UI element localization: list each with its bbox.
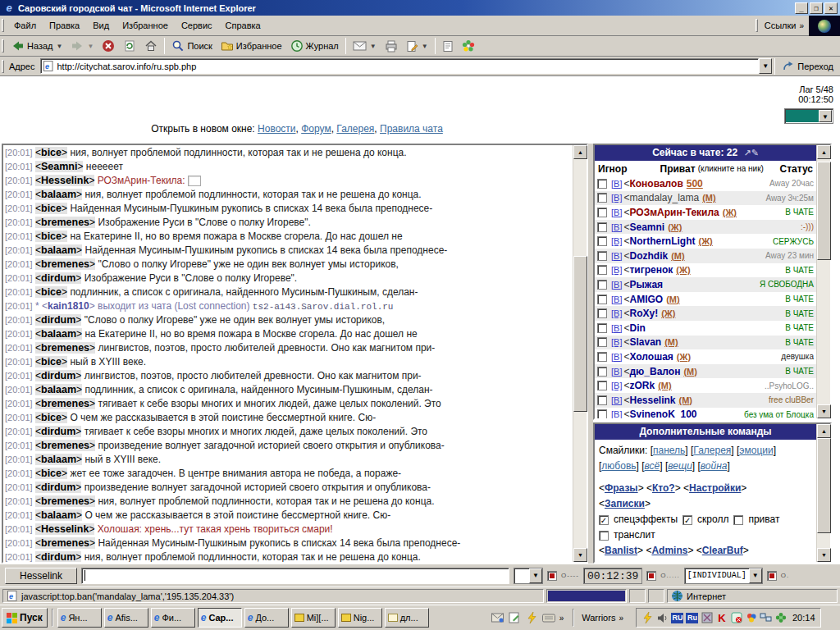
ban-link[interactable]: [B] (611, 208, 622, 217)
mini-select[interactable]: ▼ (514, 568, 543, 584)
ban-link[interactable]: [B] (611, 323, 622, 333)
task-button-До...[interactable]: eДо... (244, 608, 289, 628)
command-link-Фразы[interactable]: Фразы (605, 482, 638, 494)
nav-link-4[interactable]: Правила чата (380, 123, 443, 135)
keyboard-quick-icon[interactable] (542, 611, 556, 625)
menu-item-Файл[interactable]: Файл (7, 18, 43, 33)
ban-link[interactable]: [B] (611, 251, 622, 261)
user-nick-link[interactable]: SvinenoK_100 (629, 409, 696, 418)
option-check-1[interactable] (547, 571, 557, 581)
ban-link[interactable]: [B] (611, 337, 622, 347)
user-nick-link[interactable]: Холошая (629, 351, 673, 363)
back-button[interactable]: Назад ▼ (7, 37, 66, 55)
restore-button[interactable]: ❐ (810, 2, 823, 14)
chat-nick[interactable]: <Hesselink> (35, 175, 94, 186)
speaker-icon[interactable] (656, 611, 669, 624)
chat-scrollbar[interactable]: ▲ ▼ (573, 145, 587, 562)
chat-nick[interactable]: <bice> (35, 231, 67, 242)
address-dropdown-icon[interactable]: ▼ (759, 58, 772, 74)
option-checkbox-приват[interactable] (733, 515, 743, 525)
scroll-down-icon[interactable]: ▼ (573, 548, 587, 562)
command-link-Записки[interactable]: Записки (605, 498, 645, 509)
ru2-badge-icon[interactable]: Ru (686, 611, 699, 624)
user-nick-link[interactable]: дю_Валон (629, 366, 680, 377)
forward-button[interactable]: ▼ (66, 37, 98, 55)
user-nick-link[interactable]: NorthernLight (629, 235, 695, 247)
gender-link[interactable]: (Ж) (698, 236, 712, 246)
admin-link-ClearBuf[interactable]: ClearBuf (702, 545, 743, 556)
user-nick-link[interactable]: AMIGO (629, 294, 663, 305)
gender-link[interactable]: (М) (679, 395, 693, 405)
gender-link[interactable]: (М) (683, 367, 697, 377)
gender-link[interactable]: (Ж) (661, 308, 675, 318)
ignore-checkbox[interactable] (597, 367, 607, 377)
smiley-link-всё[interactable]: всё (645, 460, 660, 472)
chat-nick[interactable]: <bremenes> (35, 398, 95, 409)
chat-nick[interactable]: <bremenes> (35, 440, 95, 451)
task-button-Nig...[interactable]: Nig... (338, 608, 382, 628)
ban-link[interactable]: [B] (611, 308, 622, 318)
user-nick-link[interactable]: Seamni (629, 221, 664, 233)
ignore-checkbox[interactable] (597, 294, 607, 304)
ignore-checkbox[interactable] (597, 179, 607, 189)
gender-link[interactable]: (Ж) (668, 222, 682, 232)
chat-nick[interactable]: <dirdum> (35, 272, 81, 284)
quicklaunch-chevron-icon[interactable]: » (559, 614, 569, 623)
ban-link[interactable]: [B] (611, 265, 622, 275)
user-nick-link[interactable]: Hesselink (629, 395, 675, 406)
ignore-checkbox[interactable] (597, 337, 607, 347)
chat-nick[interactable]: <bice> (35, 412, 67, 423)
smiley-link-панель[interactable]: панель (653, 445, 685, 456)
print-button[interactable] (381, 37, 402, 55)
ban-link[interactable]: [B] (611, 179, 622, 189)
user-nick-link[interactable]: Slavan (629, 336, 661, 348)
edit-dropdown-icon[interactable]: ▼ (422, 43, 428, 50)
chat-nick[interactable]: <bice> (35, 468, 67, 479)
admin-link-Banlist[interactable]: Banlist (605, 545, 637, 556)
mail-button[interactable]: ▼ (349, 37, 381, 55)
nav-link-3[interactable]: Галерея (336, 123, 374, 135)
gender-link[interactable]: (М) (671, 251, 685, 261)
scroll-up-icon[interactable]: ▲ (817, 424, 831, 438)
option-check-3[interactable] (767, 571, 777, 581)
chat-nick[interactable]: <bremenes> (35, 217, 95, 228)
ru-badge-icon[interactable]: RU (671, 611, 684, 624)
color-dropdown-icon[interactable]: ▼ (819, 110, 832, 122)
close-button[interactable]: ✕ (824, 2, 838, 14)
ban-link[interactable]: [B] (611, 367, 622, 377)
user-nick-link[interactable]: Dozhdik (629, 250, 668, 262)
ban-link[interactable]: [B] (611, 280, 622, 290)
command-link-Настройки[interactable]: Настройки (689, 482, 741, 494)
user-nick-link[interactable]: mandalay_lama (629, 192, 699, 203)
blocked-icon[interactable] (730, 611, 743, 624)
ignore-checkbox[interactable] (597, 395, 607, 405)
warriors-toolbar[interactable]: Warriors » (578, 613, 632, 623)
kaspersky-icon[interactable]: K (715, 611, 728, 624)
task-button-Afis...[interactable]: eAfis... (104, 608, 148, 628)
chat-nick[interactable]: <balaam> (35, 244, 82, 256)
command-link-Кто?[interactable]: Кто? (652, 482, 675, 494)
color-select[interactable]: ▼ (784, 108, 833, 124)
ignore-checkbox[interactable] (597, 323, 607, 333)
user-nick-link[interactable]: тигренок (629, 264, 673, 276)
nav-link-2[interactable]: Форум (301, 123, 331, 135)
option-checkbox-спецэффекты[interactable]: ✓ (599, 515, 609, 525)
menu-item-Вид[interactable]: Вид (86, 18, 116, 33)
colors-icon[interactable] (745, 611, 758, 624)
dropdown-icon[interactable]: ▼ (749, 568, 762, 583)
user-nick-link[interactable]: Din (629, 322, 645, 334)
forward-dropdown-icon[interactable]: ▼ (87, 43, 94, 50)
option-checkbox-транслит[interactable] (599, 531, 609, 541)
user-nick-link[interactable]: zORk (629, 380, 655, 391)
refresh-button[interactable] (119, 37, 140, 55)
ignore-checkbox[interactable] (597, 193, 607, 203)
mail-dropdown-icon[interactable]: ▼ (370, 43, 377, 50)
ignore-checkbox[interactable] (597, 208, 607, 217)
clover-icon[interactable] (774, 611, 788, 624)
commands-scrollbar-thumb[interactable] (817, 438, 831, 533)
userlist-scrollbar[interactable]: ▲ ▼ (816, 145, 830, 418)
ban-link[interactable]: [B] (611, 236, 622, 246)
menu-grip[interactable] (2, 19, 4, 32)
ignore-checkbox[interactable] (597, 381, 607, 390)
gender-link[interactable]: (М) (658, 381, 672, 390)
